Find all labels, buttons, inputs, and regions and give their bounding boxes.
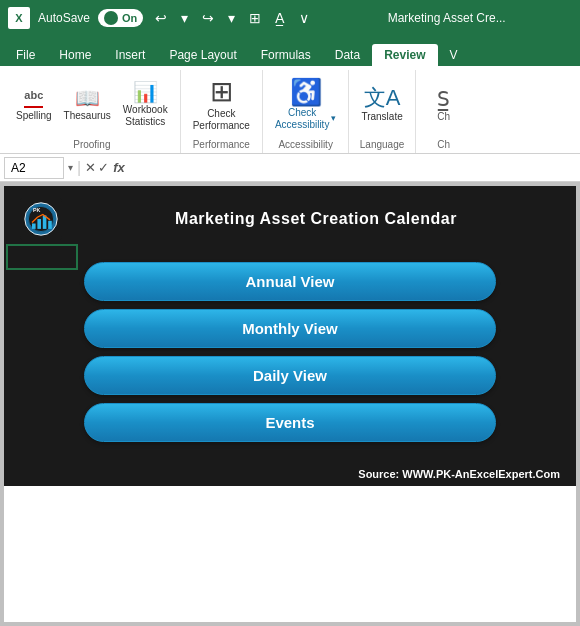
- accessibility-items: ♿ CheckAccessibility ▾: [271, 70, 340, 139]
- sheet-content: PK Marketing Asset Creation Calendar Ann…: [4, 186, 576, 622]
- more-ribbon-button[interactable]: S̲Ch: [424, 85, 464, 124]
- proofing-group-label: Proofing: [73, 139, 110, 153]
- calendar-logo: PK: [20, 198, 62, 240]
- calendar-footer: Source: WWW.PK-AnExcelExpert.Com: [4, 462, 576, 486]
- nav-buttons-container: Annual View Monthly View Daily View Even…: [4, 252, 576, 462]
- formula-bar-separator: |: [77, 159, 81, 177]
- redo-icon[interactable]: ↪: [198, 8, 218, 28]
- formula-bar-icons: ✕ ✓: [85, 160, 109, 175]
- tab-data[interactable]: Data: [323, 44, 372, 66]
- table-icon[interactable]: ⊞: [245, 8, 265, 28]
- cell-reference-box[interactable]: A2: [4, 157, 64, 179]
- autosave-toggle[interactable]: On: [98, 9, 143, 27]
- daily-view-button[interactable]: Daily View: [84, 356, 496, 395]
- ribbon-group-proofing: abc Spelling 📖 Thesaurus 📊 WorkbookStati…: [4, 70, 181, 153]
- cell-ref-dropdown[interactable]: ▾: [68, 162, 73, 173]
- translate-label: Translate: [361, 111, 402, 123]
- language-items: 文A Translate: [357, 70, 406, 139]
- svg-rect-2: [32, 224, 36, 229]
- redo-dropdown-icon[interactable]: ▾: [224, 8, 239, 28]
- translate-icon: 文A: [364, 87, 401, 109]
- spelling-icon: abc: [24, 87, 43, 108]
- thesaurus-icon: 📖: [75, 88, 100, 108]
- check-performance-label: CheckPerformance: [193, 108, 250, 132]
- workbook-stats-label: WorkbookStatistics: [123, 104, 168, 128]
- tab-file[interactable]: File: [4, 44, 47, 66]
- workbook-stats-icon: 📊: [133, 82, 158, 102]
- ribbon-group-performance: ⊞ CheckPerformance Performance: [181, 70, 263, 153]
- formula-input[interactable]: [129, 161, 576, 175]
- performance-items: ⊞ CheckPerformance: [189, 70, 254, 139]
- formula-bar: A2 ▾ | ✕ ✓ fx: [0, 154, 580, 182]
- accessibility-dropdown-arrow[interactable]: ▾: [331, 113, 336, 123]
- ribbon-group-accessibility: ♿ CheckAccessibility ▾ Accessibility: [263, 70, 349, 153]
- svg-text:PK: PK: [33, 207, 41, 213]
- tab-insert[interactable]: Insert: [103, 44, 157, 66]
- more-icon[interactable]: ∨: [295, 8, 313, 28]
- excel-logo: X: [8, 7, 30, 29]
- calendar-header: PK Marketing Asset Creation Calendar: [4, 186, 576, 252]
- annual-view-button[interactable]: Annual View: [84, 262, 496, 301]
- check-performance-icon: ⊞: [210, 78, 233, 106]
- check-accessibility-icon: ♿: [290, 79, 322, 105]
- tab-review[interactable]: Review: [372, 44, 437, 66]
- tab-page-layout[interactable]: Page Layout: [157, 44, 248, 66]
- thesaurus-button[interactable]: 📖 Thesaurus: [60, 86, 115, 124]
- fx-label: fx: [113, 160, 125, 175]
- more-group-label: Ch: [437, 139, 450, 153]
- tab-home[interactable]: Home: [47, 44, 103, 66]
- toggle-circle: [104, 11, 118, 25]
- monthly-view-button[interactable]: Monthly View: [84, 309, 496, 348]
- events-button[interactable]: Events: [84, 403, 496, 442]
- pk-logo-icon: PK: [23, 201, 59, 237]
- check-accessibility-button[interactable]: ♿ CheckAccessibility ▾: [271, 77, 340, 133]
- performance-group-label: Performance: [193, 139, 250, 153]
- autosave-label: AutoSave: [38, 11, 90, 25]
- check-accessibility-label: CheckAccessibility: [275, 107, 329, 131]
- tab-view[interactable]: V: [438, 44, 470, 66]
- toggle-text: On: [122, 12, 137, 24]
- ribbon-tabs: File Home Insert Page Layout Formulas Da…: [0, 36, 580, 66]
- thesaurus-label: Thesaurus: [64, 110, 111, 122]
- workbook-stats-button[interactable]: 📊 WorkbookStatistics: [119, 80, 172, 130]
- check-performance-button[interactable]: ⊞ CheckPerformance: [189, 76, 254, 134]
- title-bar-icons: ↩ ▾ ↪ ▾ ⊞ A̲ ∨: [151, 8, 313, 28]
- undo-dropdown-icon[interactable]: ▾: [177, 8, 192, 28]
- ribbon-group-language: 文A Translate Language: [349, 70, 415, 153]
- calendar-title: Marketing Asset Creation Calendar: [72, 210, 560, 228]
- title-bar: X AutoSave On ↩ ▾ ↪ ▾ ⊞ A̲ ∨ Marketing A…: [0, 0, 580, 36]
- cell-ref-value: A2: [11, 161, 26, 175]
- undo-icon[interactable]: ↩: [151, 8, 171, 28]
- svg-rect-3: [37, 219, 41, 229]
- svg-rect-5: [48, 221, 52, 229]
- tab-formulas[interactable]: Formulas: [249, 44, 323, 66]
- language-group-label: Language: [360, 139, 405, 153]
- spelling-label: Spelling: [16, 110, 52, 122]
- proofing-items: abc Spelling 📖 Thesaurus 📊 WorkbookStati…: [12, 70, 172, 139]
- footer-text: Source: WWW.PK-AnExcelExpert.Com: [358, 468, 560, 480]
- accessibility-group-label: Accessibility: [278, 139, 332, 153]
- spelling-button[interactable]: abc Spelling: [12, 85, 56, 124]
- font-color-icon[interactable]: A̲: [271, 8, 289, 28]
- window-title: Marketing Asset Cre...: [321, 11, 572, 25]
- cancel-formula-icon[interactable]: ✕: [85, 160, 96, 175]
- ribbon: abc Spelling 📖 Thesaurus 📊 WorkbookStati…: [0, 66, 580, 154]
- spreadsheet-area: PK Marketing Asset Creation Calendar Ann…: [0, 182, 580, 626]
- translate-button[interactable]: 文A Translate: [357, 85, 406, 125]
- ribbon-group-more: S̲Ch Ch: [416, 70, 472, 153]
- accept-formula-icon[interactable]: ✓: [98, 160, 109, 175]
